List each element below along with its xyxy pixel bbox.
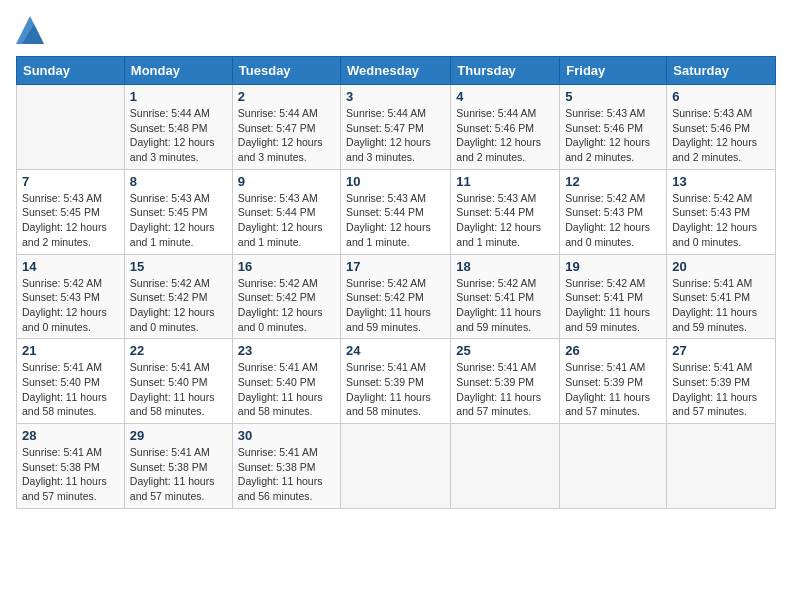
day-number: 10 — [346, 174, 445, 189]
week-row-1: 1Sunrise: 5:44 AM Sunset: 5:48 PM Daylig… — [17, 85, 776, 170]
day-number: 1 — [130, 89, 227, 104]
calendar-cell: 15Sunrise: 5:42 AM Sunset: 5:42 PM Dayli… — [124, 254, 232, 339]
day-info: Sunrise: 5:44 AM Sunset: 5:46 PM Dayligh… — [456, 106, 554, 165]
day-info: Sunrise: 5:42 AM Sunset: 5:42 PM Dayligh… — [238, 276, 335, 335]
day-number: 23 — [238, 343, 335, 358]
calendar-table: SundayMondayTuesdayWednesdayThursdayFrid… — [16, 56, 776, 509]
day-number: 4 — [456, 89, 554, 104]
day-info: Sunrise: 5:41 AM Sunset: 5:39 PM Dayligh… — [565, 360, 661, 419]
day-info: Sunrise: 5:41 AM Sunset: 5:41 PM Dayligh… — [672, 276, 770, 335]
day-info: Sunrise: 5:43 AM Sunset: 5:44 PM Dayligh… — [456, 191, 554, 250]
day-header-tuesday: Tuesday — [232, 57, 340, 85]
calendar-cell: 9Sunrise: 5:43 AM Sunset: 5:44 PM Daylig… — [232, 169, 340, 254]
day-number: 8 — [130, 174, 227, 189]
day-info: Sunrise: 5:41 AM Sunset: 5:40 PM Dayligh… — [130, 360, 227, 419]
calendar-cell: 21Sunrise: 5:41 AM Sunset: 5:40 PM Dayli… — [17, 339, 125, 424]
day-header-wednesday: Wednesday — [341, 57, 451, 85]
day-header-friday: Friday — [560, 57, 667, 85]
calendar-cell: 1Sunrise: 5:44 AM Sunset: 5:48 PM Daylig… — [124, 85, 232, 170]
day-number: 20 — [672, 259, 770, 274]
day-number: 6 — [672, 89, 770, 104]
day-info: Sunrise: 5:44 AM Sunset: 5:47 PM Dayligh… — [346, 106, 445, 165]
day-number: 29 — [130, 428, 227, 443]
day-number: 13 — [672, 174, 770, 189]
calendar-cell: 10Sunrise: 5:43 AM Sunset: 5:44 PM Dayli… — [341, 169, 451, 254]
week-row-4: 21Sunrise: 5:41 AM Sunset: 5:40 PM Dayli… — [17, 339, 776, 424]
day-number: 28 — [22, 428, 119, 443]
calendar-cell: 4Sunrise: 5:44 AM Sunset: 5:46 PM Daylig… — [451, 85, 560, 170]
day-number: 17 — [346, 259, 445, 274]
calendar-cell: 6Sunrise: 5:43 AM Sunset: 5:46 PM Daylig… — [667, 85, 776, 170]
calendar-cell: 12Sunrise: 5:42 AM Sunset: 5:43 PM Dayli… — [560, 169, 667, 254]
day-info: Sunrise: 5:43 AM Sunset: 5:46 PM Dayligh… — [672, 106, 770, 165]
week-row-3: 14Sunrise: 5:42 AM Sunset: 5:43 PM Dayli… — [17, 254, 776, 339]
day-info: Sunrise: 5:42 AM Sunset: 5:43 PM Dayligh… — [22, 276, 119, 335]
day-info: Sunrise: 5:43 AM Sunset: 5:44 PM Dayligh… — [238, 191, 335, 250]
calendar-cell: 13Sunrise: 5:42 AM Sunset: 5:43 PM Dayli… — [667, 169, 776, 254]
day-info: Sunrise: 5:42 AM Sunset: 5:42 PM Dayligh… — [346, 276, 445, 335]
day-info: Sunrise: 5:41 AM Sunset: 5:39 PM Dayligh… — [672, 360, 770, 419]
day-info: Sunrise: 5:41 AM Sunset: 5:39 PM Dayligh… — [346, 360, 445, 419]
day-number: 9 — [238, 174, 335, 189]
day-info: Sunrise: 5:43 AM Sunset: 5:44 PM Dayligh… — [346, 191, 445, 250]
day-number: 30 — [238, 428, 335, 443]
calendar-cell: 18Sunrise: 5:42 AM Sunset: 5:41 PM Dayli… — [451, 254, 560, 339]
day-number: 7 — [22, 174, 119, 189]
day-number: 15 — [130, 259, 227, 274]
day-number: 24 — [346, 343, 445, 358]
calendar-cell: 27Sunrise: 5:41 AM Sunset: 5:39 PM Dayli… — [667, 339, 776, 424]
day-info: Sunrise: 5:41 AM Sunset: 5:40 PM Dayligh… — [22, 360, 119, 419]
day-number: 12 — [565, 174, 661, 189]
day-info: Sunrise: 5:42 AM Sunset: 5:41 PM Dayligh… — [456, 276, 554, 335]
day-header-thursday: Thursday — [451, 57, 560, 85]
calendar-cell: 17Sunrise: 5:42 AM Sunset: 5:42 PM Dayli… — [341, 254, 451, 339]
calendar-cell: 28Sunrise: 5:41 AM Sunset: 5:38 PM Dayli… — [17, 424, 125, 509]
day-number: 11 — [456, 174, 554, 189]
day-info: Sunrise: 5:43 AM Sunset: 5:45 PM Dayligh… — [22, 191, 119, 250]
calendar-cell: 11Sunrise: 5:43 AM Sunset: 5:44 PM Dayli… — [451, 169, 560, 254]
calendar-cell: 24Sunrise: 5:41 AM Sunset: 5:39 PM Dayli… — [341, 339, 451, 424]
calendar-cell: 26Sunrise: 5:41 AM Sunset: 5:39 PM Dayli… — [560, 339, 667, 424]
page-header — [16, 16, 776, 44]
calendar-cell: 2Sunrise: 5:44 AM Sunset: 5:47 PM Daylig… — [232, 85, 340, 170]
calendar-cell: 5Sunrise: 5:43 AM Sunset: 5:46 PM Daylig… — [560, 85, 667, 170]
day-number: 27 — [672, 343, 770, 358]
day-info: Sunrise: 5:41 AM Sunset: 5:38 PM Dayligh… — [130, 445, 227, 504]
day-number: 21 — [22, 343, 119, 358]
calendar-cell — [560, 424, 667, 509]
day-header-monday: Monday — [124, 57, 232, 85]
calendar-cell: 16Sunrise: 5:42 AM Sunset: 5:42 PM Dayli… — [232, 254, 340, 339]
day-info: Sunrise: 5:41 AM Sunset: 5:39 PM Dayligh… — [456, 360, 554, 419]
day-number: 22 — [130, 343, 227, 358]
calendar-cell: 25Sunrise: 5:41 AM Sunset: 5:39 PM Dayli… — [451, 339, 560, 424]
day-info: Sunrise: 5:44 AM Sunset: 5:48 PM Dayligh… — [130, 106, 227, 165]
day-info: Sunrise: 5:42 AM Sunset: 5:42 PM Dayligh… — [130, 276, 227, 335]
week-row-2: 7Sunrise: 5:43 AM Sunset: 5:45 PM Daylig… — [17, 169, 776, 254]
logo — [16, 16, 48, 44]
day-number: 14 — [22, 259, 119, 274]
header-row: SundayMondayTuesdayWednesdayThursdayFrid… — [17, 57, 776, 85]
logo-icon — [16, 16, 44, 44]
day-info: Sunrise: 5:41 AM Sunset: 5:38 PM Dayligh… — [238, 445, 335, 504]
day-number: 3 — [346, 89, 445, 104]
calendar-cell: 20Sunrise: 5:41 AM Sunset: 5:41 PM Dayli… — [667, 254, 776, 339]
day-info: Sunrise: 5:42 AM Sunset: 5:43 PM Dayligh… — [565, 191, 661, 250]
day-number: 2 — [238, 89, 335, 104]
calendar-cell: 22Sunrise: 5:41 AM Sunset: 5:40 PM Dayli… — [124, 339, 232, 424]
calendar-cell: 14Sunrise: 5:42 AM Sunset: 5:43 PM Dayli… — [17, 254, 125, 339]
calendar-cell: 30Sunrise: 5:41 AM Sunset: 5:38 PM Dayli… — [232, 424, 340, 509]
day-header-sunday: Sunday — [17, 57, 125, 85]
day-info: Sunrise: 5:41 AM Sunset: 5:38 PM Dayligh… — [22, 445, 119, 504]
week-row-5: 28Sunrise: 5:41 AM Sunset: 5:38 PM Dayli… — [17, 424, 776, 509]
day-number: 25 — [456, 343, 554, 358]
day-info: Sunrise: 5:42 AM Sunset: 5:43 PM Dayligh… — [672, 191, 770, 250]
calendar-cell — [451, 424, 560, 509]
day-info: Sunrise: 5:42 AM Sunset: 5:41 PM Dayligh… — [565, 276, 661, 335]
calendar-cell — [341, 424, 451, 509]
calendar-cell — [667, 424, 776, 509]
calendar-cell: 19Sunrise: 5:42 AM Sunset: 5:41 PM Dayli… — [560, 254, 667, 339]
day-header-saturday: Saturday — [667, 57, 776, 85]
calendar-cell: 23Sunrise: 5:41 AM Sunset: 5:40 PM Dayli… — [232, 339, 340, 424]
day-info: Sunrise: 5:41 AM Sunset: 5:40 PM Dayligh… — [238, 360, 335, 419]
day-info: Sunrise: 5:44 AM Sunset: 5:47 PM Dayligh… — [238, 106, 335, 165]
